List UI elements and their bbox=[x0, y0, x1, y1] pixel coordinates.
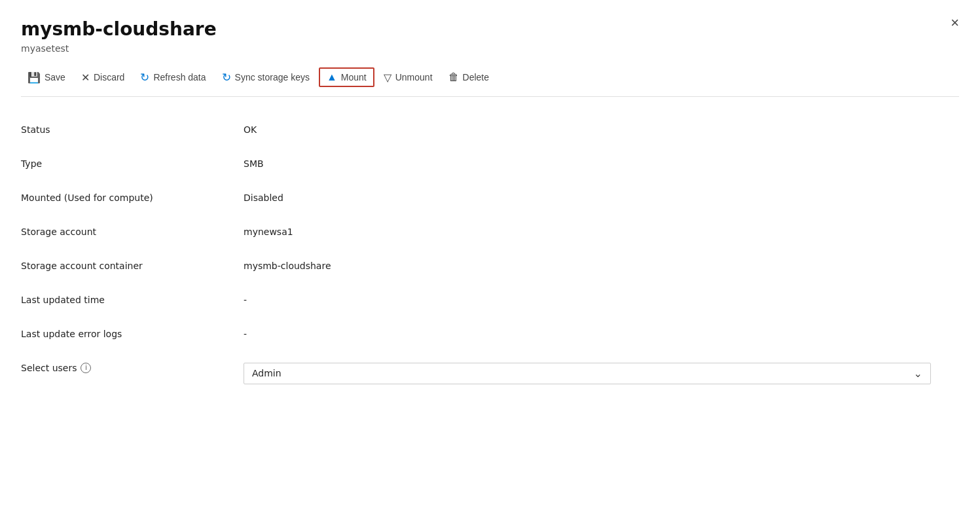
field-label-last-updated: Last updated time bbox=[21, 295, 244, 305]
unmount-label: Unmount bbox=[395, 72, 433, 82]
field-row-error-logs: Last update error logs - bbox=[21, 317, 959, 351]
save-button[interactable]: 💾 Save bbox=[21, 67, 72, 88]
save-icon: 💾 bbox=[27, 71, 41, 84]
delete-button[interactable]: 🗑 Delete bbox=[442, 67, 496, 87]
sync-storage-button[interactable]: ↻ Sync storage keys bbox=[215, 67, 316, 88]
detail-panel: × mysmb-cloudshare myasetest 💾 Save ✕ Di… bbox=[0, 0, 980, 529]
field-row-status: Status OK bbox=[21, 113, 959, 147]
select-users-dropdown[interactable]: Admin ⌄ bbox=[244, 363, 931, 384]
field-label-error-logs: Last update error logs bbox=[21, 329, 244, 339]
unmount-button[interactable]: ▽ Unmount bbox=[377, 67, 439, 88]
refresh-icon: ↻ bbox=[140, 71, 149, 84]
field-row-mounted: Mounted (Used for compute) Disabled bbox=[21, 181, 959, 215]
delete-label: Delete bbox=[463, 72, 489, 82]
field-row-last-updated: Last updated time - bbox=[21, 283, 959, 317]
discard-button[interactable]: ✕ Discard bbox=[75, 67, 131, 88]
chevron-down-icon: ⌄ bbox=[914, 367, 922, 380]
select-users-container: Admin ⌄ bbox=[244, 363, 959, 384]
unmount-icon: ▽ bbox=[384, 71, 391, 84]
field-row-type: Type SMB bbox=[21, 147, 959, 181]
save-label: Save bbox=[45, 72, 65, 82]
field-label-container: Storage account container bbox=[21, 261, 244, 271]
sync-label: Sync storage keys bbox=[235, 72, 310, 82]
field-value-error-logs: - bbox=[244, 329, 959, 339]
field-row-container: Storage account container mysmb-cloudsha… bbox=[21, 249, 959, 283]
field-value-last-updated: - bbox=[244, 295, 959, 305]
field-row-select-users: Select users i Admin ⌄ bbox=[21, 351, 959, 384]
content-area: Status OK Type SMB Mounted (Used for com… bbox=[21, 97, 959, 400]
field-value-type: SMB bbox=[244, 158, 959, 169]
refresh-button[interactable]: ↻ Refresh data bbox=[134, 67, 212, 88]
field-label-status: Status bbox=[21, 124, 244, 135]
panel-title: mysmb-cloudshare bbox=[21, 18, 959, 41]
mount-label: Mount bbox=[341, 72, 367, 82]
field-value-storage-account: mynewsa1 bbox=[244, 227, 959, 237]
mount-button[interactable]: ▲ Mount bbox=[319, 67, 374, 87]
select-users-value: Admin bbox=[252, 368, 281, 378]
field-label-type: Type bbox=[21, 158, 244, 169]
panel-subtitle: myasetest bbox=[21, 43, 959, 54]
field-label-storage-account: Storage account bbox=[21, 227, 244, 237]
field-row-storage-account: Storage account mynewsa1 bbox=[21, 215, 959, 249]
mount-icon: ▲ bbox=[327, 71, 337, 83]
info-icon: i bbox=[81, 363, 91, 373]
discard-icon: ✕ bbox=[81, 71, 90, 84]
toolbar: 💾 Save ✕ Discard ↻ Refresh data ↻ Sync s… bbox=[21, 67, 959, 97]
select-users-label: Select users bbox=[21, 363, 77, 373]
field-label-mounted: Mounted (Used for compute) bbox=[21, 192, 244, 203]
field-label-select-users: Select users i bbox=[21, 363, 244, 373]
field-value-mounted: Disabled bbox=[244, 192, 959, 203]
close-button[interactable]: × bbox=[951, 16, 959, 30]
field-value-status: OK bbox=[244, 124, 959, 135]
field-value-container: mysmb-cloudshare bbox=[244, 261, 959, 271]
delete-icon: 🗑 bbox=[448, 71, 459, 83]
sync-icon: ↻ bbox=[222, 71, 231, 84]
discard-label: Discard bbox=[94, 72, 124, 82]
refresh-label: Refresh data bbox=[153, 72, 206, 82]
